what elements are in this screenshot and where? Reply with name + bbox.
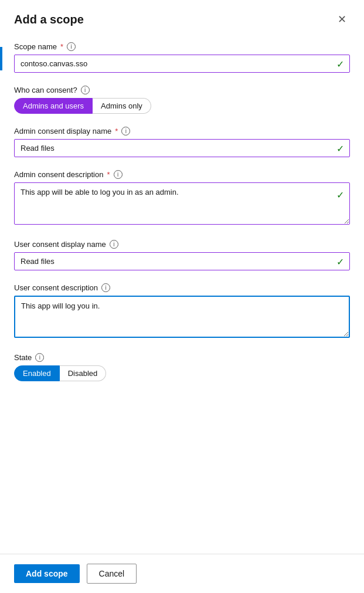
- consent-admins-users-button[interactable]: Admins and users: [14, 98, 93, 114]
- scope-name-check-icon: ✓: [336, 58, 344, 69]
- admin-consent-display-name-input[interactable]: [14, 139, 350, 157]
- who-can-consent-info-icon[interactable]: i: [81, 86, 90, 94]
- consent-admins-only-button[interactable]: Admins only: [93, 98, 151, 114]
- user-consent-description-info-icon[interactable]: i: [101, 283, 110, 292]
- scope-name-label: Scope name * i: [14, 42, 350, 51]
- dialog-header: Add a scope ✕: [0, 0, 364, 36]
- admin-consent-display-name-label: Admin consent display name * i: [14, 127, 350, 135]
- admin-consent-description-check-icon: ✓: [336, 189, 344, 201]
- scope-name-info-icon[interactable]: i: [67, 42, 76, 51]
- dialog-footer: Add scope Cancel: [0, 554, 364, 593]
- user-consent-display-name-wrapper: ✓: [14, 252, 350, 270]
- admin-consent-display-name-check-icon: ✓: [336, 143, 344, 154]
- admin-consent-display-name-info-icon[interactable]: i: [121, 127, 130, 135]
- admin-consent-description-label: Admin consent description * i: [14, 170, 350, 179]
- user-consent-display-name-group: User consent display name i ✓: [14, 240, 350, 270]
- required-star: *: [60, 42, 63, 51]
- state-label: State i: [14, 353, 350, 362]
- user-consent-display-name-label: User consent display name i: [14, 240, 350, 249]
- scope-name-input[interactable]: [14, 55, 350, 73]
- user-consent-description-label: User consent description i: [14, 283, 350, 292]
- admin-consent-description-wrapper: This app will be able to log you in as a…: [14, 182, 350, 227]
- who-can-consent-label: Who can consent? i: [14, 86, 350, 94]
- dialog-body: Scope name * i ✓ Who can consent? i Admi…: [0, 36, 364, 554]
- required-star-3: *: [107, 170, 110, 179]
- state-group: State i Enabled Disabled: [14, 353, 350, 381]
- add-scope-dialog: Add a scope ✕ Scope name * i ✓ Who can c…: [0, 0, 364, 593]
- cancel-button[interactable]: Cancel: [87, 564, 137, 584]
- scope-name-input-wrapper: ✓: [14, 55, 350, 73]
- state-disabled-button[interactable]: Disabled: [60, 365, 107, 381]
- admin-consent-display-name-wrapper: ✓: [14, 139, 350, 157]
- who-can-consent-group: Who can consent? i Admins and users Admi…: [14, 86, 350, 114]
- user-consent-display-name-check-icon: ✓: [336, 256, 344, 267]
- admin-consent-description-group: Admin consent description * i This app w…: [14, 170, 350, 227]
- admin-consent-description-info-icon[interactable]: i: [114, 170, 123, 179]
- state-enabled-button[interactable]: Enabled: [14, 365, 60, 381]
- consent-toggle-group: Admins and users Admins only: [14, 98, 350, 114]
- left-accent-bar: [0, 47, 2, 70]
- state-info-icon[interactable]: i: [35, 353, 44, 362]
- admin-consent-description-textarea[interactable]: This app will be able to log you in as a…: [14, 182, 350, 225]
- user-consent-description-group: User consent description i This app will…: [14, 283, 350, 340]
- admin-consent-display-name-group: Admin consent display name * i ✓: [14, 127, 350, 157]
- state-toggle-group: Enabled Disabled: [14, 365, 350, 381]
- user-consent-display-name-input[interactable]: [14, 252, 350, 270]
- scope-name-group: Scope name * i ✓: [14, 42, 350, 73]
- required-star-2: *: [115, 127, 118, 135]
- user-consent-description-textarea[interactable]: This app will log you in.: [14, 296, 350, 338]
- user-consent-display-name-info-icon[interactable]: i: [110, 240, 118, 249]
- close-button[interactable]: ✕: [334, 11, 350, 28]
- dialog-title: Add a scope: [14, 13, 84, 26]
- add-scope-button[interactable]: Add scope: [14, 564, 80, 583]
- user-consent-description-wrapper: This app will log you in.: [14, 296, 350, 340]
